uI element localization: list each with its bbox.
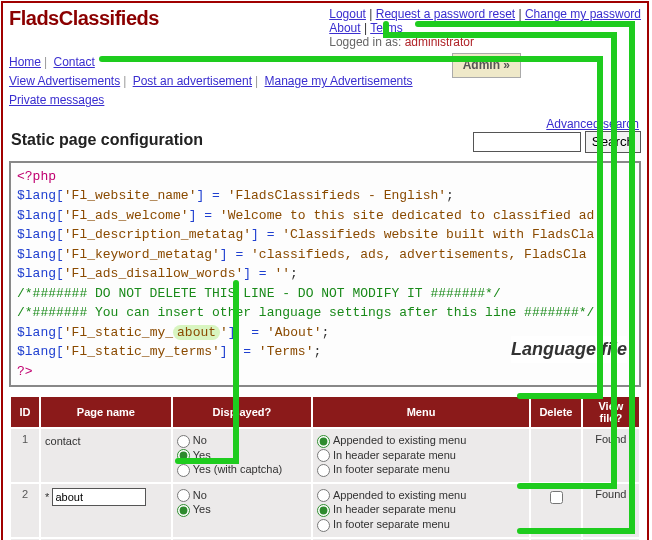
radio-menu-ftr[interactable]: In footer separate menu [317,463,525,477]
radio-menu-ftr[interactable]: In footer separate menu [317,518,525,532]
search-button[interactable]: Search [585,131,641,153]
cell-menu: Appended to existing menuIn header separ… [313,484,529,537]
nav-private-messages[interactable]: Private messages [9,93,104,107]
page-name-input[interactable] [52,488,146,506]
radio-menu-hdr[interactable]: In header separate menu [317,503,525,517]
cell-page-name: contact [41,429,171,482]
nav-home[interactable]: Home [9,55,41,69]
nav-contact[interactable]: Contact [53,55,94,69]
page-name-text: contact [45,433,167,449]
cell-view-file: Found [583,484,639,537]
search-input[interactable] [473,132,581,152]
cell-displayed: NoYes [173,484,311,537]
radio-yes[interactable]: Yes [177,503,307,517]
cell-page-name: * [41,484,171,537]
about-link[interactable]: About [329,21,360,35]
cell-id: 1 [11,429,39,482]
col-page-name: Page name [41,397,171,427]
language-file-code: <?php $lang['Fl_website_name'] = 'FladsC… [9,161,641,388]
radio-menu-app[interactable]: Appended to existing menu [317,434,525,448]
table-row: 1contactNoYesYes (with captcha)Appended … [11,429,639,482]
col-delete: Delete [531,397,581,427]
radio-yc[interactable]: Yes (with captcha) [177,463,307,477]
col-menu: Menu [313,397,529,427]
primary-nav: Home| Contact Admin » View Advertisement… [3,51,647,115]
delete-checkbox[interactable] [550,491,563,504]
table-row: 2* NoYesAppended to existing menuIn head… [11,484,639,537]
cell-delete [531,429,581,482]
radio-menu-app[interactable]: Appended to existing menu [317,489,525,503]
reset-password-link[interactable]: Request a password reset [376,7,515,21]
cell-view-file: Found [583,429,639,482]
search-row: Search [467,131,647,157]
brand-logo: FladsClassifieds [9,7,159,29]
nav-manage-ads[interactable]: Manage my Advertisements [265,74,413,88]
code-about-highlight: about [173,325,220,340]
col-view-file: View file? [583,397,639,427]
radio-menu-hdr[interactable]: In header separate menu [317,449,525,463]
col-id: ID [11,397,39,427]
cell-displayed: NoYesYes (with captcha) [173,429,311,482]
cell-menu: Appended to existing menuIn header separ… [313,429,529,482]
language-file-label: Language file [511,336,627,363]
radio-no[interactable]: No [177,489,307,503]
terms-link[interactable]: Terms [370,21,403,35]
radio-yes[interactable]: Yes [177,449,307,463]
change-password-link[interactable]: Change my password [525,7,641,21]
header-top-links: Logout | Request a password reset | Chan… [329,7,641,49]
admin-button[interactable]: Admin » [452,53,521,78]
cell-id: 2 [11,484,39,537]
col-displayed: Displayed? [173,397,311,427]
logout-link[interactable]: Logout [329,7,366,21]
nav-view-ads[interactable]: View Advertisements [9,74,120,88]
cell-delete [531,484,581,537]
advanced-search-link[interactable]: Advanced search [546,117,639,131]
nav-post-ad[interactable]: Post an advertisement [133,74,252,88]
logged-in-status: Logged in as: administrator [329,35,641,49]
radio-no[interactable]: No [177,434,307,448]
static-pages-table: ID Page name Displayed? Menu Delete View… [9,395,641,540]
